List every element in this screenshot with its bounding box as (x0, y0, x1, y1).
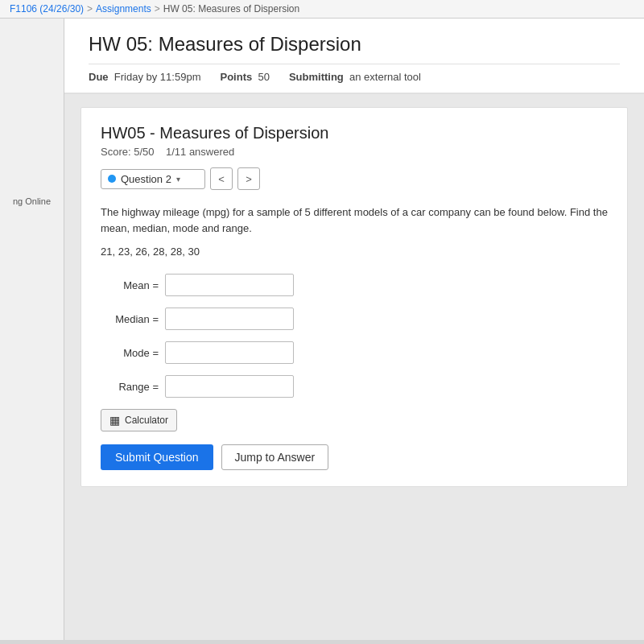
mode-label: Mode = (101, 347, 159, 359)
hw-title: HW05 - Measures of Dispersion (101, 124, 608, 142)
breadcrumb: F1106 (24/26/30) > Assignments > HW 05: … (0, 0, 644, 19)
page-header: HW 05: Measures of Dispersion Due Friday… (64, 19, 644, 94)
breadcrumb-sep2: > (155, 3, 160, 14)
jump-to-answer-button[interactable]: Jump to Answer (221, 444, 329, 470)
breadcrumb-assignments[interactable]: Assignments (96, 3, 151, 14)
range-row: Range = (101, 375, 608, 398)
data-values: 21, 23, 26, 28, 28, 30 (101, 246, 608, 258)
chevron-down-icon: ▾ (176, 175, 180, 184)
mode-row: Mode = (101, 341, 608, 364)
question-text: The highway mileage (mpg) for a sample o… (101, 204, 608, 236)
mean-row: Mean = (101, 274, 608, 296)
median-label: Median = (101, 313, 159, 325)
calculator-icon: ▦ (109, 414, 120, 427)
content-area: HW 05: Measures of Dispersion Due Friday… (64, 19, 644, 640)
breadcrumb-current: HW 05: Measures of Dispersion (163, 3, 299, 14)
question-label: Question 2 (121, 173, 171, 185)
action-row: Submit Question Jump to Answer (101, 444, 608, 470)
mean-input[interactable] (165, 274, 294, 296)
range-input[interactable] (165, 375, 294, 398)
sidebar: ng Online (0, 19, 64, 640)
median-row: Median = (101, 308, 608, 330)
submit-question-button[interactable]: Submit Question (101, 444, 213, 470)
question-select[interactable]: Question 2 ▾ (101, 169, 205, 189)
question-nav: Question 2 ▾ < > (101, 167, 608, 190)
breadcrumb-course[interactable]: F1106 (24/26/30) (10, 3, 84, 14)
mode-input[interactable] (165, 341, 294, 364)
breadcrumb-sep1: > (87, 3, 93, 14)
calculator-label: Calculator (125, 415, 168, 426)
question-dot (108, 175, 116, 183)
due-label: Due Friday by 11:59pm (89, 71, 200, 83)
prev-question-button[interactable]: < (210, 167, 233, 190)
assignment-card: HW05 - Measures of Dispersion Score: 5/5… (80, 107, 628, 487)
sidebar-label: ng Online (13, 196, 51, 207)
median-input[interactable] (165, 308, 294, 330)
next-question-button[interactable]: > (237, 167, 260, 190)
calculator-button[interactable]: ▦ Calculator (101, 409, 177, 431)
mean-label: Mean = (101, 279, 159, 291)
meta-row: Due Friday by 11:59pm Points 50 Submitti… (89, 64, 620, 83)
page-title: HW 05: Measures of Dispersion (89, 33, 620, 56)
submitting-label: Submitting an external tool (289, 71, 421, 83)
range-label: Range = (101, 381, 159, 393)
points-label: Points 50 (220, 71, 269, 83)
score-row: Score: 5/50 1/11 answered (101, 146, 608, 158)
